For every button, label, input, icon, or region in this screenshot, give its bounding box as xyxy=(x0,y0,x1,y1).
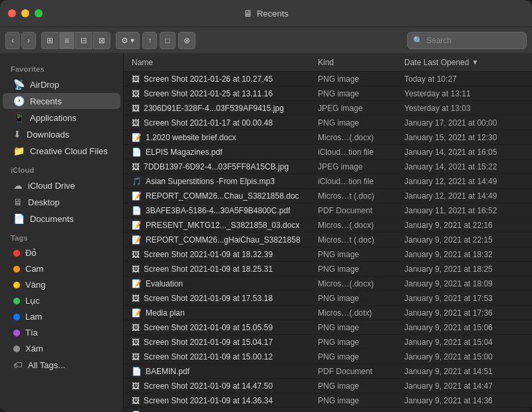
sidebar-item-tag-cam[interactable]: Cam xyxy=(3,261,120,276)
table-row[interactable]: 🖼 2306D91E-328F-4...03F539AF9415.jpg JPE… xyxy=(124,101,532,116)
arrange-button[interactable]: ⚙ ▾ xyxy=(116,32,140,49)
sidebar-item-tag-luc[interactable]: Lục xyxy=(3,293,120,308)
column-kind[interactable]: Kind xyxy=(313,58,399,67)
sidebar-item-label: iCloud Drive xyxy=(28,181,75,191)
table-row[interactable]: 🖼 Screen Shot 2021-01-09 at 14.36.34 PNG… xyxy=(124,393,532,408)
file-type-icon: 🖼 xyxy=(132,104,140,113)
sidebar-item-creative-cloud[interactable]: 📁 Creative Cloud Files xyxy=(3,143,120,159)
sidebar-item-tag-tia[interactable]: Tía xyxy=(3,325,120,340)
table-row[interactable]: 🎵 Asian Superstitions -From Elpis.mp3 iC… xyxy=(124,174,532,189)
view-list-button[interactable]: ≡ xyxy=(59,32,74,49)
table-row[interactable]: 📝 PRESENT_MKTG12..._S3821858_03.docx Mic… xyxy=(124,218,532,233)
search-box[interactable]: 🔍 xyxy=(407,32,527,49)
file-name-cell: 🖼 2306D91E-328F-4...03F539AF9415.jpg xyxy=(124,104,313,113)
back-button[interactable]: ‹ xyxy=(5,32,20,49)
sidebar-item-label: Lam xyxy=(25,312,42,322)
table-row[interactable]: 🖼 Screen Shot 2021-01-09 at 14.47.50 PNG… xyxy=(124,379,532,393)
table-row[interactable]: 📝 1.2020 website brief.docx Micros…(.doc… xyxy=(124,130,532,145)
search-input[interactable] xyxy=(426,36,521,45)
table-row[interactable]: 🖼 Screen Shot 2021-01-26 at 10.27.45 PNG… xyxy=(124,72,532,86)
sidebar-item-tag-xam[interactable]: Xám xyxy=(3,341,120,356)
delete-button[interactable]: ⊗ xyxy=(178,32,196,49)
sidebar-item-label: Tía xyxy=(25,328,38,338)
file-type-icon: 🖼 xyxy=(132,396,140,405)
sidebar-item-airdrop[interactable]: 📡 AirDrop xyxy=(3,76,120,92)
table-row[interactable]: 📄 REPORT_COMM26...iChau_S3821858.pdf PDF… xyxy=(124,408,532,412)
file-type-icon: 📝 xyxy=(132,221,142,230)
table-row[interactable]: 🖼 Screen Shot 2021-01-17 at 00.00.48 PNG… xyxy=(124,116,532,130)
table-row[interactable]: 📝 Media plan Micros…(.dotx) January 9, 2… xyxy=(124,306,532,320)
table-row[interactable]: 🖼 Screen Shot 2021-01-09 at 17.53.18 PNG… xyxy=(124,291,532,306)
file-name-cell: 📝 Evaluation xyxy=(124,279,313,288)
table-row[interactable]: 🖼 Screen Shot 2021-01-09 at 18.25.31 PNG… xyxy=(124,262,532,276)
file-name-text: Media plan xyxy=(146,308,185,318)
sidebar-item-tag-do[interactable]: Đỏ xyxy=(3,245,120,260)
file-list-header: Name Kind Date Last Opened ▼ xyxy=(124,53,532,72)
sort-chevron-icon: ▼ xyxy=(471,58,478,66)
file-name-text: 7DDB1397-6D92-4...03F5FF8A15CB.jpg xyxy=(144,162,289,171)
file-name-cell: 📝 1.2020 website brief.docx xyxy=(124,133,313,142)
sidebar-item-icloud-drive[interactable]: ☁ iCloud Drive xyxy=(3,177,120,193)
file-name-text: Evaluation xyxy=(146,279,183,288)
table-row[interactable]: 📝 REPORT_COMM26...Chau_S3821858.doc Micr… xyxy=(124,189,532,203)
file-date-cell: January 9, 2021 at 14:51 xyxy=(399,367,532,376)
view-gallery-button[interactable]: ⊠ xyxy=(93,32,110,49)
file-type-icon: 📄 xyxy=(132,367,142,376)
file-kind-cell: JPEG image xyxy=(313,162,399,171)
file-date-cell: January 9, 2021 at 22:16 xyxy=(399,221,532,230)
desktop-icon: 🖥 xyxy=(13,197,23,207)
file-name-text: Screen Shot 2021-01-09 at 15.04.17 xyxy=(144,338,273,347)
file-kind-cell: JPEG image xyxy=(313,104,399,113)
sidebar-item-downloads[interactable]: ⬇ Downloads xyxy=(3,126,120,142)
table-row[interactable]: 📄 BAEMIN.pdf PDF Document January 9, 202… xyxy=(124,364,532,379)
view-icon-button[interactable]: ⊞ xyxy=(41,32,59,49)
file-type-icon: 🖼 xyxy=(132,162,140,171)
file-date-cell: January 9, 2021 at 14:47 xyxy=(399,381,532,391)
file-date-cell: January 9, 2021 at 14:36 xyxy=(399,396,532,405)
table-row[interactable]: 🖼 Screen Shot 2021-01-09 at 15.05.59 PNG… xyxy=(124,320,532,335)
table-row[interactable]: 📝 Evaluation Micros…(.docx) January 9, 2… xyxy=(124,276,532,291)
action-button[interactable]: ↑ xyxy=(142,32,157,49)
file-name-cell: 🖼 Screen Shot 2021-01-17 at 00.00.48 xyxy=(124,118,313,128)
file-kind-cell: iCloud…tion file xyxy=(313,177,399,186)
file-kind-cell: PNG image xyxy=(313,396,399,405)
file-kind-cell: Micros…t (.doc) xyxy=(313,191,399,201)
file-name-cell: 🖼 Screen Shot 2021-01-09 at 17.53.18 xyxy=(124,294,313,303)
view-column-button[interactable]: ⊟ xyxy=(75,32,92,49)
column-name[interactable]: Name xyxy=(124,58,313,67)
table-row[interactable]: 🖼 Screen Shot 2021-01-09 at 15.00.12 PNG… xyxy=(124,350,532,364)
share-button[interactable]: □ xyxy=(160,32,175,49)
sidebar-item-desktop[interactable]: 🖥 Desktop xyxy=(3,194,120,210)
file-kind-cell: PDF Document xyxy=(313,206,399,215)
sidebar-item-documents[interactable]: 📄 Documents xyxy=(3,211,120,227)
file-kind-cell: PNG image xyxy=(313,74,399,84)
table-row[interactable]: 📄 3BAFE3BA-5186-4...30A5F9B4800C.pdf PDF… xyxy=(124,203,532,218)
file-date-cell: January 15, 2021 at 12:30 xyxy=(399,133,532,142)
file-kind-cell: PNG image xyxy=(313,338,399,347)
window-title-text: Recents xyxy=(257,9,289,19)
sidebar-item-tag-vang[interactable]: Vàng xyxy=(3,277,120,292)
file-date-cell: January 14, 2021 at 15:22 xyxy=(399,162,532,171)
sidebar-item-all-tags[interactable]: 🏷 All Tags... xyxy=(3,357,120,373)
column-date[interactable]: Date Last Opened ▼ xyxy=(399,58,532,67)
file-name-cell: 🖼 Screen Shot 2021-01-09 at 15.05.59 xyxy=(124,323,313,332)
main-content: Favorites 📡 AirDrop 🕐 Recents 📱 Applicat… xyxy=(0,53,532,412)
sidebar-item-applications[interactable]: 📱 Applications xyxy=(3,110,120,126)
table-row[interactable]: 📄 ELPIS Magazines.pdf iCloud…tion file J… xyxy=(124,145,532,159)
sidebar-item-recents[interactable]: 🕐 Recents xyxy=(3,93,120,109)
minimize-button[interactable] xyxy=(21,9,29,17)
sidebar-item-tag-lam[interactable]: Lam xyxy=(3,309,120,324)
file-name-text: REPORT_COMM26...gHaiChau_S3821858 xyxy=(146,235,301,245)
forward-button[interactable]: › xyxy=(21,32,36,49)
icloud-section-label: iCloud xyxy=(0,159,123,177)
table-row[interactable]: 🖼 7DDB1397-6D92-4...03F5FF8A15CB.jpg JPE… xyxy=(124,159,532,174)
fullscreen-button[interactable] xyxy=(35,9,43,17)
table-row[interactable]: 📝 REPORT_COMM26...gHaiChau_S3821858 Micr… xyxy=(124,233,532,247)
file-type-icon: 🖼 xyxy=(132,352,140,361)
file-date-cell: January 11, 2021 at 16:52 xyxy=(399,206,532,215)
table-row[interactable]: 🖼 Screen Shot 2021-01-25 at 13.11.16 PNG… xyxy=(124,86,532,101)
tag-dot-purple xyxy=(13,330,20,336)
table-row[interactable]: 🖼 Screen Shot 2021-01-09 at 18.32.39 PNG… xyxy=(124,247,532,262)
close-button[interactable] xyxy=(8,9,16,17)
table-row[interactable]: 🖼 Screen Shot 2021-01-09 at 15.04.17 PNG… xyxy=(124,335,532,350)
